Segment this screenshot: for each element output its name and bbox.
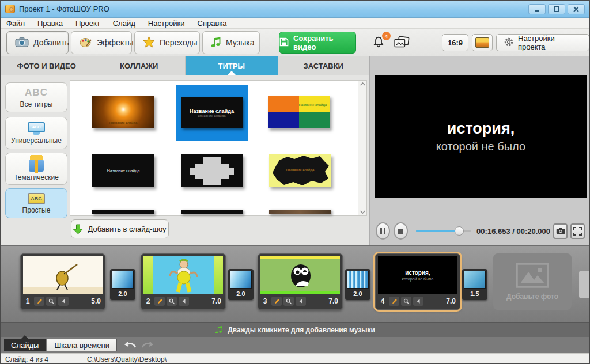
title-bar: Проект 1 - ФотоШОУ PRO: [1, 1, 589, 18]
music-track-bar[interactable]: Дважды кликните для добавления музыки: [1, 322, 589, 337]
pause-button[interactable]: [376, 222, 390, 240]
edit-pencil-icon[interactable]: [389, 297, 399, 306]
tab-slides-view[interactable]: Слайды: [4, 339, 46, 351]
add-to-slideshow-button[interactable]: Добавить в слайд-шоу: [71, 219, 169, 238]
tab-music[interactable]: Музыка: [202, 31, 260, 54]
template-partial[interactable]: [269, 210, 331, 214]
sidebar-item-thematic[interactable]: Тематические: [5, 153, 67, 185]
stop-button[interactable]: [394, 222, 408, 240]
slide-4-thumbnail: история, которой не было: [378, 256, 457, 294]
minimize-button[interactable]: [528, 4, 546, 14]
video-preview[interactable]: история, которой не было: [375, 75, 587, 198]
grid-scrollbar[interactable]: [358, 81, 366, 215]
zoom-icon[interactable]: [401, 297, 411, 306]
tab-titles[interactable]: ТИТРЫ: [186, 56, 278, 75]
transition-duration: 2.0: [112, 289, 134, 299]
menu-slide[interactable]: Слайд: [113, 19, 135, 28]
template-partial[interactable]: [92, 210, 154, 214]
scroll-down-icon: [360, 210, 365, 214]
background-button[interactable]: [472, 34, 493, 51]
image-placeholder-icon: [516, 263, 549, 288]
tab-timeline-view[interactable]: Шкала времени: [47, 339, 117, 351]
fullscreen-button[interactable]: [570, 223, 585, 239]
audio-icon[interactable]: [58, 297, 69, 306]
template-pixel-cross[interactable]: [181, 154, 243, 187]
slide-3-footer: 3 7.0: [260, 295, 340, 307]
template-yellow-blob[interactable]: Название слайда: [269, 154, 331, 187]
slider-fill: [416, 230, 459, 232]
snapshot-button[interactable]: [553, 223, 568, 239]
save-video-button[interactable]: Сохранить видео: [279, 32, 356, 54]
transition-preview: [112, 271, 134, 289]
zoom-icon[interactable]: [283, 297, 294, 306]
timeline-partial-item: [579, 271, 590, 298]
template-quadrants[interactable]: Название слайда: [268, 96, 330, 128]
project-settings-button[interactable]: Настройки проекта: [496, 34, 589, 51]
seek-slider[interactable]: [416, 226, 471, 236]
zoom-icon[interactable]: [46, 297, 56, 306]
tab-add[interactable]: Добавить: [6, 31, 69, 54]
template-starburst[interactable]: Название слайда: [92, 96, 154, 128]
audio-icon[interactable]: [296, 297, 306, 306]
slider-knob[interactable]: [455, 226, 464, 236]
tab-collages[interactable]: КОЛЛАЖИ: [93, 56, 186, 75]
template-dark-title-selected[interactable]: Название слайда описание слайда: [176, 85, 248, 141]
template-black-simple[interactable]: Название слайда: [92, 154, 154, 187]
menu-project[interactable]: Проект: [75, 19, 100, 28]
menu-settings[interactable]: Настройки: [148, 19, 185, 28]
aspect-ratio-button[interactable]: 16:9: [442, 34, 468, 51]
templates-grid: Название слайда Название слайда описание…: [70, 80, 367, 216]
transition-2[interactable]: 2.0: [228, 269, 254, 300]
main-toolbar: Добавить Эффекты Переходы Музыка Сохрани…: [1, 29, 589, 56]
menu-edit[interactable]: Правка: [37, 19, 63, 28]
timeline-slide-1[interactable]: 1 5.0: [20, 253, 105, 310]
audio-icon[interactable]: [413, 297, 423, 306]
redo-button[interactable]: [140, 340, 154, 350]
gift-icon: [29, 160, 44, 172]
edit-pencil-icon[interactable]: [34, 297, 44, 306]
playback-controls: 00:16.653 / 00:20.000: [370, 220, 590, 242]
tab-photo-video[interactable]: ФОТО И ВИДЕО: [1, 56, 93, 75]
close-button[interactable]: [568, 4, 585, 14]
kiwi-bird-drawing: [23, 256, 103, 294]
undo-icon: [124, 340, 138, 350]
transition-4[interactable]: 1.5: [462, 269, 487, 300]
template-partial[interactable]: [181, 210, 243, 214]
template-caption: Название слайда: [92, 121, 154, 124]
maximize-button[interactable]: [548, 4, 565, 14]
tab-intros[interactable]: ЗАСТАВКИ: [278, 56, 370, 75]
zoom-icon[interactable]: [167, 297, 177, 306]
slide-duration: 5.0: [91, 297, 103, 305]
music-note-icon: [211, 36, 221, 50]
tab-music-label: Музыка: [226, 38, 255, 47]
sidebar-item-simple[interactable]: ABC Простые: [5, 188, 67, 218]
slide-1-footer: 1 5.0: [23, 295, 103, 307]
view-mode-bar: Слайды Шкала времени: [1, 337, 589, 353]
tab-transitions[interactable]: Переходы: [134, 31, 200, 54]
undo-button[interactable]: [124, 340, 138, 350]
gallery-button[interactable]: [394, 36, 410, 52]
sidebar-item-universal[interactable]: ABC Универсальные: [5, 117, 67, 149]
sidebar-thematic-label: Тематические: [14, 173, 59, 181]
tab-effects[interactable]: Эффекты: [71, 31, 132, 54]
menu-file[interactable]: Файл: [6, 19, 25, 28]
transition-3[interactable]: 2.0: [345, 269, 370, 300]
timeline-slide-2[interactable]: 2 7.0: [141, 253, 226, 310]
fullscreen-icon: [573, 227, 582, 236]
transition-duration: 2.0: [347, 289, 369, 299]
transition-1[interactable]: 2.0: [110, 269, 135, 300]
sidebar-item-all-titles[interactable]: ABC Все титры: [5, 82, 67, 112]
timeline-slide-3[interactable]: 3 7.0: [258, 253, 343, 310]
audio-icon[interactable]: [179, 297, 189, 306]
slide-number: 3: [260, 297, 270, 305]
pixel-cross-shape: [189, 156, 235, 186]
slide-duration: 7.0: [328, 297, 340, 305]
notifications-button[interactable]: 4: [372, 36, 387, 50]
timeline-slide-4-selected[interactable]: история, которой не было 4 7.0: [375, 253, 460, 310]
project-settings-label: Настройки проекта: [518, 34, 582, 51]
edit-pencil-icon[interactable]: [271, 297, 282, 306]
edit-pencil-icon[interactable]: [154, 297, 165, 306]
menu-help[interactable]: Справка: [198, 19, 227, 28]
quad-blue: [268, 112, 299, 129]
add-photo-card[interactable]: Добавьте фото: [493, 253, 572, 310]
